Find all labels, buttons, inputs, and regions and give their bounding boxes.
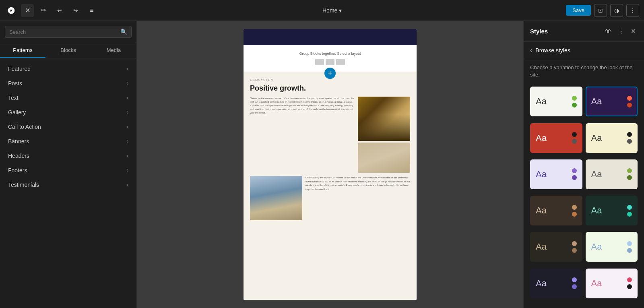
search-icon: 🔍 [120, 29, 127, 35]
style-card-sand[interactable]: Aa [586, 159, 638, 189]
style-card-red[interactable]: Aa [530, 123, 582, 153]
browse-styles-description: Choose a variation to change the look of… [524, 59, 644, 83]
preview-header [244, 29, 417, 45]
dot [572, 139, 577, 144]
styles-close-button[interactable]: ✕ [629, 27, 638, 36]
topbar-left: ✕ ✏ ↩ ↪ ≡ [5, 4, 98, 17]
wordpress-logo[interactable] [5, 4, 18, 17]
undo-icon: ↩ [57, 7, 62, 14]
chevron-right-icon: › [127, 124, 128, 130]
chevron-right-icon: › [127, 182, 128, 188]
chevron-right-icon: › [127, 110, 128, 115]
chevron-right-icon: › [127, 81, 128, 86]
style-card-default[interactable]: Aa [530, 87, 582, 116]
chevron-right-icon: › [127, 153, 128, 159]
search-box: 🔍 [0, 21, 136, 43]
dot [572, 168, 577, 173]
chevron-right-icon: › [127, 138, 128, 144]
home-link[interactable]: Home ▾ [322, 7, 342, 14]
dot [627, 205, 632, 210]
list-view-button[interactable]: ≡ [85, 4, 98, 17]
style-card-soft[interactable]: Aa [586, 269, 638, 298]
dot [572, 212, 577, 217]
dot [627, 241, 632, 246]
more-options-button[interactable]: ⋮ [626, 4, 639, 17]
sidebar-item-banners[interactable]: Banners › [2, 134, 135, 149]
dot [627, 103, 632, 107]
sidebar-item-gallery[interactable]: Gallery › [2, 105, 135, 120]
more-icon: ⋮ [630, 7, 636, 14]
style-card-cool-dark[interactable]: Aa [530, 269, 582, 298]
dot [572, 241, 577, 246]
layout-option-2[interactable] [326, 59, 334, 65]
add-block-button[interactable]: + [324, 68, 336, 79]
dot [627, 212, 632, 217]
topbar-center: Home ▾ [322, 7, 342, 14]
layout-toggle-button[interactable]: ⊡ [594, 4, 607, 17]
redo-button[interactable]: ↪ [69, 4, 82, 17]
style-card-dark-green[interactable]: Aa [586, 196, 638, 225]
sidebar-item-headers[interactable]: Headers › [2, 149, 135, 163]
tabs-row: Patterns Blocks Media [0, 43, 136, 58]
browse-styles-header: ‹ Browse styles [524, 42, 644, 59]
dot [572, 132, 577, 137]
layout-option-3[interactable] [336, 59, 345, 65]
browse-styles-title: Browse styles [535, 47, 570, 54]
styles-grid: Aa Aa Aa [524, 83, 644, 308]
chevron-down-icon: ▾ [339, 7, 342, 14]
page-preview: Group Blocks together. Select a layout +… [244, 29, 417, 300]
sidebar-item-text[interactable]: Text › [2, 91, 135, 105]
main-layout: 🔍 Patterns Blocks Media Featured › Posts… [0, 21, 644, 308]
dot [627, 139, 632, 144]
redo-icon: ↪ [73, 7, 78, 14]
sidebar-item-call-to-action[interactable]: Call to Action › [2, 120, 135, 134]
chevron-right-icon: › [127, 66, 128, 72]
dot [627, 96, 632, 101]
tab-patterns[interactable]: Patterns [0, 43, 45, 58]
more-vertical-icon: ⋮ [618, 28, 624, 35]
style-card-pastel[interactable]: Aa [586, 232, 638, 262]
styles-more-button[interactable]: ⋮ [616, 27, 626, 36]
topbar: ✕ ✏ ↩ ↪ ≡ Home ▾ Save ⊡ ◑ ⋮ [0, 0, 644, 21]
sidebar-item-testimonials[interactable]: Testimonials › [2, 178, 135, 192]
dark-mode-button[interactable]: ◑ [610, 4, 623, 17]
list-icon: ≡ [90, 7, 93, 14]
left-sidebar: 🔍 Patterns Blocks Media Featured › Posts… [0, 21, 137, 308]
dot [572, 277, 577, 282]
styles-eye-button[interactable]: 👁 [603, 27, 613, 36]
dot [627, 132, 632, 137]
moon-icon: ◑ [614, 7, 619, 14]
preview-forest-image [358, 97, 410, 141]
dot [627, 284, 632, 289]
topbar-right: Save ⊡ ◑ ⋮ [566, 4, 639, 17]
dot [572, 96, 577, 101]
save-button[interactable]: Save [566, 5, 591, 16]
dot [572, 103, 577, 107]
tab-blocks[interactable]: Blocks [45, 43, 91, 58]
layout-option-1[interactable] [315, 59, 324, 65]
sidebar-item-featured[interactable]: Featured › [2, 62, 135, 76]
dot [572, 284, 577, 289]
dot [627, 248, 632, 253]
undo-button[interactable]: ↩ [53, 4, 66, 17]
close-button[interactable]: ✕ [21, 4, 34, 17]
dot [572, 205, 577, 210]
dot [627, 175, 632, 180]
chevron-right-icon: › [127, 95, 128, 101]
search-input[interactable] [9, 29, 120, 35]
right-panel: Styles 👁 ⋮ ✕ ‹ Browse styles Choose a va… [523, 21, 644, 308]
sidebar-item-footers[interactable]: Footers › [2, 163, 135, 178]
canvas-area: Group Blocks together. Select a layout +… [137, 21, 523, 308]
style-card-purple[interactable]: Aa [586, 87, 638, 116]
style-card-warm[interactable]: Aa [530, 196, 582, 225]
eye-icon: 👁 [605, 28, 611, 35]
sidebar-item-posts[interactable]: Posts › [2, 76, 135, 91]
pencil-icon: ✏ [41, 6, 46, 14]
style-card-dark-neutral[interactable]: Aa [530, 232, 582, 262]
back-button[interactable]: ‹ [530, 47, 532, 54]
tab-media[interactable]: Media [91, 43, 136, 58]
style-card-lavender[interactable]: Aa [530, 159, 582, 189]
pencil-button[interactable]: ✏ [37, 4, 50, 17]
style-card-yellow[interactable]: Aa [586, 123, 638, 153]
dot [572, 248, 577, 253]
